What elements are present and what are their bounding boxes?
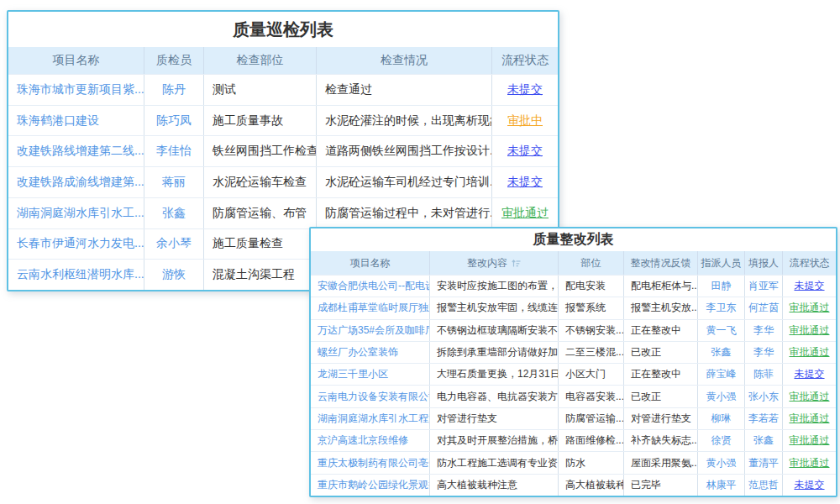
cell-reporter[interactable]: 张小东 <box>745 386 783 407</box>
cell-status[interactable]: 审批通过 <box>783 408 836 429</box>
cell-status[interactable]: 未提交 <box>783 364 836 385</box>
cell-project[interactable]: 万达广场35#会所及咖啡厅空... <box>311 320 430 341</box>
cell-feedback: 已改正 <box>624 386 698 407</box>
cell-inspector[interactable]: 陈巧凤 <box>144 106 204 136</box>
cell-assignee-text: 徐贤 <box>711 433 732 448</box>
cell-reporter[interactable]: 董清平 <box>745 452 783 473</box>
cell-assignee[interactable]: 田静 <box>698 276 745 297</box>
cell-status[interactable]: 未提交 <box>492 167 558 197</box>
cell-status-text: 未提交 <box>795 367 825 381</box>
cell-status-text: 审批通过 <box>501 206 549 221</box>
rectify-table-body: 安徽合肥供电公司--配电设备...安装时应按施工图的布置，将...配电安装配电柜… <box>311 275 836 496</box>
cell-reporter[interactable]: 张鑫 <box>745 430 783 451</box>
column-header-label: 整改内容 <box>467 256 507 270</box>
cell-reporter[interactable]: 李华 <box>745 342 783 363</box>
cell-status[interactable]: 审批中 <box>492 106 558 136</box>
cell-content: 对管进行垫支 <box>430 408 559 429</box>
cell-project[interactable]: 京沪高速北京段维修 <box>311 430 430 451</box>
cell-assignee[interactable]: 柳琳 <box>698 408 745 429</box>
cell-assignee-text: 田静 <box>711 279 732 293</box>
cell-project[interactable]: 螺丝厂办公室装饰 <box>311 342 430 363</box>
cell-project-text: 云南电力设备安装有限公司20... <box>318 390 430 404</box>
cell-status[interactable]: 审批通过 <box>783 452 836 473</box>
table-row: 改建铁路成渝线增建第...蒋丽水泥砼运输车检查水泥砼运输车司机经过专门培训...… <box>8 166 558 197</box>
cell-project[interactable]: 云南水利枢纽潜明水库... <box>8 260 144 290</box>
cell-project[interactable]: 湖南洞庭湖水库引水工程施工I标 <box>311 408 430 429</box>
cell-reporter-text: 董清平 <box>748 456 779 470</box>
cell-feedback-text: 已完毕 <box>631 478 661 492</box>
cell-status[interactable]: 未提交 <box>492 136 558 166</box>
cell-reporter[interactable]: 肖亚军 <box>745 276 783 297</box>
cell-reporter[interactable]: 李华 <box>745 320 783 341</box>
cell-inspector-text: 游恢 <box>162 267 186 282</box>
cell-status[interactable]: 审批通过 <box>492 198 558 228</box>
cell-feedback: 已改正 <box>624 342 698 363</box>
cell-reporter[interactable]: 陈菲 <box>745 364 783 385</box>
cell-assignee[interactable]: 林康平 <box>698 475 745 496</box>
cell-reporter[interactable]: 何芷茵 <box>745 297 783 318</box>
cell-part: 水泥砼运输车检查 <box>204 167 317 197</box>
cell-project[interactable]: 湖南洞庭湖水库引水工... <box>8 198 144 228</box>
cell-part: 防腐管运输... <box>559 408 624 429</box>
cell-status[interactable]: 未提交 <box>492 75 558 105</box>
column-header-label: 填报人 <box>748 256 779 270</box>
cell-assignee[interactable]: 张鑫 <box>698 342 745 363</box>
cell-project[interactable]: 长春市伊通河水力发电... <box>8 229 144 260</box>
cell-part: 报警系统 <box>559 297 624 318</box>
cell-inspector[interactable]: 李佳怡 <box>144 136 204 166</box>
inspection-table-title: 质量巡检列表 <box>8 12 558 47</box>
cell-assignee-text: 黄小强 <box>706 390 737 404</box>
cell-feedback: 配电柜柜体与... <box>624 276 698 297</box>
cell-reporter[interactable]: 范思哲 <box>745 475 783 496</box>
cell-content-text: 对其及时开展整治措施，桥头... <box>437 433 559 448</box>
cell-project[interactable]: 安徽合肥供电公司--配电设备... <box>311 276 430 297</box>
cell-part: 二至三楼混... <box>559 342 624 363</box>
cell-assignee[interactable]: 李卫东 <box>698 297 745 318</box>
cell-part: 铁丝网围挡工作检查 <box>204 136 317 166</box>
cell-content: 防水工程施工选调有专业资质... <box>430 452 559 473</box>
cell-inspector[interactable]: 陈丹 <box>144 75 204 105</box>
cell-project[interactable]: 重庆太极制药有限公司亳州中... <box>311 452 430 473</box>
cell-reporter[interactable]: 李若若 <box>745 408 783 429</box>
cell-project[interactable]: 龙湖三千里小区 <box>311 364 430 385</box>
cell-status-text: 审批通过 <box>790 323 830 338</box>
cell-project-text: 重庆市鹅岭公园绿化景观提升... <box>318 478 430 492</box>
cell-inspector[interactable]: 余小琴 <box>144 229 204 260</box>
column-header-content[interactable]: 整改内容 <box>430 251 559 275</box>
cell-assignee[interactable]: 徐贤 <box>698 430 745 451</box>
cell-project[interactable]: 成都杜甫草堂临时展厅独立展... <box>311 297 430 318</box>
cell-inspector[interactable]: 张鑫 <box>144 198 204 228</box>
cell-situation-text: 防腐管运输过程中，未对管进行... <box>325 206 492 221</box>
cell-status[interactable]: 审批通过 <box>783 386 836 407</box>
cell-status[interactable]: 未提交 <box>783 475 836 496</box>
cell-assignee-text: 柳琳 <box>711 412 732 426</box>
cell-feedback: 正在整改中 <box>624 364 698 385</box>
cell-inspector-text: 陈巧凤 <box>156 113 192 129</box>
cell-status-text: 未提交 <box>795 478 825 492</box>
cell-status[interactable]: 未提交 <box>783 276 836 297</box>
cell-inspector[interactable]: 蒋丽 <box>144 167 204 197</box>
cell-assignee[interactable]: 薛宝峰 <box>698 364 745 385</box>
cell-project[interactable]: 珠海市城市更新项目紫... <box>8 75 144 105</box>
cell-status-text: 未提交 <box>507 175 543 190</box>
cell-project[interactable]: 改建铁路线增建第二线... <box>8 136 144 166</box>
cell-status[interactable]: 审批通过 <box>783 430 836 451</box>
cell-content-text: 不锈钢边框玻璃隔断安装不牢... <box>437 323 559 338</box>
cell-status-text: 未提交 <box>507 82 543 97</box>
cell-status[interactable]: 审批通过 <box>783 342 836 363</box>
column-header-status: 流程状态 <box>492 47 558 74</box>
cell-part-text: 小区大门 <box>565 367 606 381</box>
cell-inspector-text: 余小琴 <box>156 236 192 251</box>
rectify-table-header: 项目名称整改内容部位整改情况反馈指派人员填报人流程状态 <box>311 251 836 275</box>
cell-status[interactable]: 审批通过 <box>783 297 836 318</box>
cell-inspector[interactable]: 游恢 <box>144 260 204 290</box>
cell-project[interactable]: 珠海鹤港口建设 <box>8 106 144 136</box>
cell-project[interactable]: 改建铁路成渝线增建第... <box>8 167 144 197</box>
cell-assignee[interactable]: 黄小强 <box>698 386 745 407</box>
cell-assignee[interactable]: 黄小强 <box>698 452 745 473</box>
cell-project[interactable]: 重庆市鹅岭公园绿化景观提升... <box>311 475 430 496</box>
cell-project-text: 长春市伊通河水力发电... <box>17 236 144 251</box>
cell-assignee[interactable]: 黄一飞 <box>698 320 745 341</box>
cell-project[interactable]: 云南电力设备安装有限公司20... <box>311 386 430 407</box>
cell-status[interactable]: 审批通过 <box>783 320 836 341</box>
